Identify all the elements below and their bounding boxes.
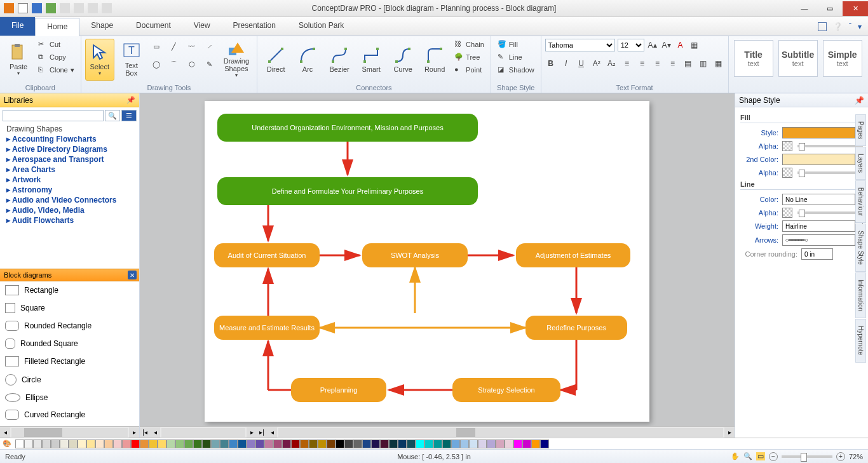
palette-swatch[interactable] [380,440,389,448]
left-scroll[interactable]: ◂▸ [0,426,139,438]
pan-tool-icon[interactable]: ✋ [731,452,740,460]
palette-swatch[interactable] [42,440,51,448]
palette-swatch[interactable] [255,440,264,448]
palette-swatch[interactable] [513,440,522,448]
side-tab-information[interactable]: Information [855,272,866,318]
shadow-button[interactable]: ◪Shadow [495,64,537,76]
palette-swatch[interactable] [389,440,398,448]
tool-rect[interactable]: ▭ [149,39,164,54]
palette-swatch[interactable] [353,440,362,448]
lib-tree-item[interactable]: ▸ Active Directory Diagrams [6,144,139,154]
pin-icon[interactable]: 📌 [855,96,864,105]
line-color-select[interactable]: No Line▾ [782,194,863,205]
qat-new-icon[interactable] [18,3,28,13]
palette-swatch[interactable] [104,440,113,448]
tool-poly[interactable]: ⬡ [184,57,200,72]
cut-button[interactable]: ✂Cut [36,39,77,50]
lib-tree-item[interactable]: Drawing Shapes [6,124,139,134]
palette-swatch[interactable] [540,440,549,448]
paste-button[interactable]: Paste ▾ [4,39,33,81]
drawing-page[interactable]: Understand Organization Environment, Mis… [205,101,649,422]
palette-swatch[interactable] [451,440,460,448]
palette-swatch[interactable] [158,440,166,448]
tab-solution-park[interactable]: Solution Park [287,17,355,36]
palette-swatch[interactable] [113,440,122,448]
italic-button[interactable]: I [560,58,572,69]
valign-bot-button[interactable]: ▦ [713,58,724,69]
valign-mid-button[interactable]: ▥ [698,58,709,69]
palette-swatch[interactable] [487,440,496,448]
font-family-select[interactable]: Tahoma [545,39,615,51]
palette-swatch[interactable] [175,440,184,448]
palette-swatch[interactable] [238,440,247,448]
diagram-block[interactable]: Define and Formulate Your Preliminary Pu… [217,177,478,205]
palette-swatch[interactable] [362,440,371,448]
weight-select[interactable]: Hairline▾ [782,220,863,232]
palette-swatch[interactable] [309,440,318,448]
palette-swatch[interactable] [166,440,175,448]
lib-tree-item[interactable]: ▸ Audio, Video, Media [6,205,139,215]
canvas-h-scroll[interactable]: ◂▸ [267,426,735,438]
palette-swatch[interactable] [86,440,95,448]
search-mode-button[interactable]: ☰ [121,110,137,121]
palette-swatch[interactable] [344,440,353,448]
side-tab-pages[interactable]: Pages [855,114,866,146]
palette-swatch[interactable] [291,440,300,448]
lib-tree-item[interactable]: ▸ Audio and Video Connectors [6,195,139,205]
shrink-font-icon[interactable]: A▾ [661,39,672,51]
window-menu-icon[interactable]: ▾ [858,22,862,31]
tab-home[interactable]: Home [35,18,79,36]
line-alpha-check[interactable] [782,208,792,218]
palette-swatch[interactable] [95,440,104,448]
qat-undo-icon[interactable] [46,3,56,13]
grow-font-icon[interactable]: A▴ [647,39,658,51]
highlight-icon[interactable]: ▦ [689,39,700,51]
line-alpha-slider[interactable] [797,211,863,214]
presentation-mode-icon[interactable] [818,22,827,31]
tool-free[interactable]: ✎ [202,57,217,72]
lib-tree-item[interactable]: ▸ Area Charts [6,164,139,175]
style-preset[interactable]: Titletext [734,40,773,77]
side-tab-shape style[interactable]: Shape Style [855,224,866,272]
qat-open-icon[interactable] [60,3,70,13]
palette-swatch[interactable] [247,440,255,448]
shape-item[interactable]: Rectangle [0,281,139,299]
lib-tree-item[interactable]: ▸ Astronomy [6,185,139,195]
palette-swatch[interactable] [202,440,211,448]
palette-swatch[interactable] [371,440,380,448]
align-right-button[interactable]: ≡ [652,58,663,69]
fill-button[interactable]: 🪣Fill [495,39,537,50]
tool-line[interactable]: ╱ [166,39,182,54]
align-left-button[interactable]: ≡ [621,58,633,69]
fit-page-icon[interactable]: ▭ [756,452,765,460]
palette-swatch[interactable] [264,440,273,448]
side-tab-hypernote[interactable]: Hypernote [855,319,866,362]
diagram-block[interactable]: Measure and Estimate Results [214,316,320,340]
palette-swatch[interactable] [149,440,158,448]
clone-button[interactable]: ⎘Clone ▾ [36,64,77,76]
alpha2-check[interactable] [782,168,792,178]
palette-swatch[interactable] [416,440,424,448]
alpha2-slider[interactable] [797,171,863,174]
zoom-in-button[interactable]: + [836,452,845,461]
tool-curve[interactable]: 〰 [184,39,200,54]
palette-swatch[interactable] [522,440,531,448]
tool-polyline[interactable]: ⟋ [202,39,217,54]
font-size-select[interactable]: 12 [618,39,644,51]
search-button[interactable]: 🔍 [105,110,120,121]
lib-tree-item[interactable]: ▸ Accounting Flowcharts [6,134,139,144]
lib-tree-item[interactable]: ▸ Audit Flowcharts [6,215,139,225]
connector-bezier[interactable]: Bezier [325,39,354,81]
palette-swatch[interactable] [184,440,193,448]
align-center-button[interactable]: ≡ [637,58,648,69]
valign-top-button[interactable]: ▤ [682,58,694,69]
superscript-button[interactable]: A² [591,58,602,69]
connector-tree[interactable]: 🌳Tree [452,51,487,63]
canvas-viewport[interactable]: Understand Organization Environment, Mis… [140,93,735,426]
palette-swatch[interactable] [460,440,469,448]
palette-swatch[interactable] [211,440,220,448]
side-tab-layers[interactable]: Layers [855,147,866,180]
style-preset[interactable]: Simpletext [823,40,862,77]
second-color-select[interactable]: ▾ [782,154,863,165]
zoom-slider[interactable] [782,455,832,458]
